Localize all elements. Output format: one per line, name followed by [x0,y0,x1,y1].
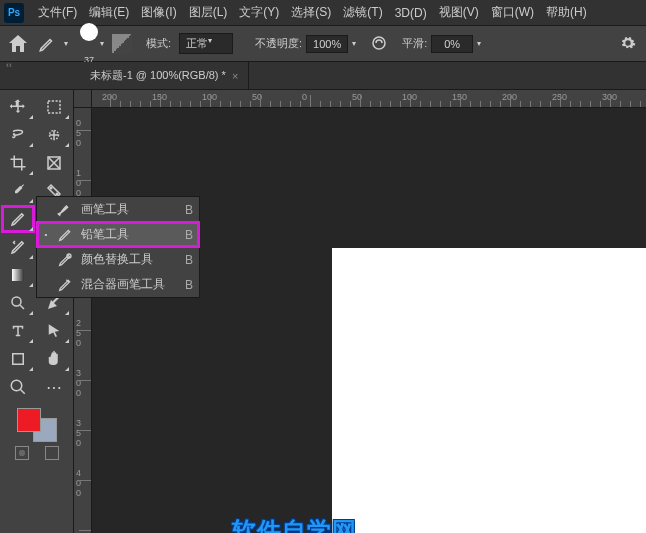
move-tool[interactable] [2,94,34,120]
lasso-tool[interactable] [2,122,34,148]
document-tab[interactable]: 未标题-1 @ 100%(RGB/8) * × [80,62,249,89]
pressure-opacity-icon[interactable] [370,34,388,54]
collapse-chevron-icon[interactable]: ‹‹ [6,60,12,70]
flyout-item-3[interactable]: 混合器画笔工具 B [37,272,199,297]
tab-title: 未标题-1 @ 100%(RGB/8) * [90,68,226,83]
canvas[interactable] [332,248,646,533]
ruler-vertical[interactable]: 050100150200250300350400 [74,108,92,533]
path-select-tool[interactable] [38,318,70,344]
flyout-shortcut: B [185,253,193,267]
smooth-label: 平滑: [402,36,427,51]
menu-select[interactable]: 选择(S) [285,4,337,21]
bullet-icon: • [43,230,49,239]
mode-label: 模式: [146,36,171,51]
svg-point-5 [56,193,58,195]
brush-dropdown-icon[interactable]: ▾ [100,39,104,48]
crop-tool[interactable] [2,150,34,176]
options-bar: ▾ 37 ▾ 模式: 正常 ▾ 不透明度: 100% ▾ 平滑: 0% ▾ [0,26,646,62]
menu-window[interactable]: 窗口(W) [485,4,540,21]
eyedropper-tool[interactable] [2,178,34,204]
smooth-input[interactable]: 0% [431,35,473,53]
flyout-label: 颜色替换工具 [81,251,165,268]
close-icon[interactable]: × [232,70,238,82]
menu-image[interactable]: 图像(I) [135,4,182,21]
opacity-dropdown-icon[interactable]: ▾ [352,39,356,48]
ruler-corner [74,90,92,108]
canvas-area[interactable]: 软件自学网 WWW.RJZXW.COM [92,108,646,533]
current-tool-icon[interactable] [34,31,60,57]
gradient-tool[interactable] [2,262,34,288]
menu-edit[interactable]: 编辑(E) [83,4,135,21]
workspace: 20015010050050100150200250300 0501001502… [74,90,646,533]
svg-rect-6 [12,269,24,281]
fg-color-swatch[interactable] [17,408,41,432]
mode-select[interactable]: 正常 ▾ [179,33,233,54]
opacity-label: 不透明度: [255,36,302,51]
flyout-shortcut: B [185,228,193,242]
brush-panel-icon[interactable] [112,34,132,54]
flyout-shortcut: B [185,203,193,217]
toolbox: ⋯ [0,90,74,533]
tool-preset-dropdown[interactable]: ▾ [64,39,68,48]
menu-3d[interactable]: 3D(D) [389,6,433,20]
brush-preview[interactable]: 37 ▾ [80,23,104,65]
frame-tool[interactable] [38,150,70,176]
menu-file[interactable]: 文件(F) [32,4,83,21]
svg-rect-8 [13,354,24,365]
color-swatches[interactable] [2,408,71,460]
flyout-label: 混合器画笔工具 [81,276,165,293]
gear-icon[interactable] [620,35,636,53]
tool-icon [57,227,73,243]
brush-tool[interactable] [2,206,34,232]
document-tab-bar: 未标题-1 @ 100%(RGB/8) * × [0,62,646,90]
flyout-label: 画笔工具 [81,201,165,218]
tool-icon [57,202,73,218]
smooth-dropdown-icon[interactable]: ▾ [477,39,481,48]
menu-layer[interactable]: 图层(L) [183,4,234,21]
hand-tool[interactable] [38,346,70,372]
menu-view[interactable]: 视图(V) [433,4,485,21]
edit-toolbar[interactable]: ⋯ [38,374,70,400]
svg-rect-1 [48,101,60,113]
brush-circle-icon [80,23,98,41]
watermark: 软件自学网 WWW.RJZXW.COM [227,518,362,533]
dodge-tool[interactable] [2,290,34,316]
screen-mode-icon[interactable] [45,446,59,460]
home-icon[interactable] [6,32,30,56]
svg-point-7 [12,297,21,306]
type-tool[interactable] [2,318,34,344]
opacity-input[interactable]: 100% [306,35,348,53]
svg-point-4 [50,187,52,189]
svg-point-9 [11,380,22,391]
ruler-horizontal[interactable]: 20015010050050100150200250300 [92,90,646,108]
flyout-label: 铅笔工具 [81,226,165,243]
app-logo: Ps [4,3,24,23]
menu-filter[interactable]: 滤镜(T) [337,4,388,21]
tool-icon [57,252,73,268]
flyout-item-0[interactable]: 画笔工具 B [37,197,199,222]
zoom-tool[interactable] [2,374,34,400]
brush-tool-flyout: 画笔工具 B• 铅笔工具 B 颜色替换工具 B 混合器画笔工具 B [36,196,200,298]
menu-type[interactable]: 文字(Y) [233,4,285,21]
flyout-shortcut: B [185,278,193,292]
history-brush-tool[interactable] [2,234,34,260]
svg-point-0 [373,37,385,49]
menu-help[interactable]: 帮助(H) [540,4,593,21]
quick-select-tool[interactable] [38,122,70,148]
shape-tool[interactable] [2,346,34,372]
tool-icon [57,277,73,293]
quick-mask-icon[interactable] [15,446,29,460]
main-area: ⋯ 20015010050050100150200250300 05010015… [0,90,646,533]
marquee-tool[interactable] [38,94,70,120]
flyout-item-1[interactable]: • 铅笔工具 B [37,222,199,247]
flyout-item-2[interactable]: 颜色替换工具 B [37,247,199,272]
